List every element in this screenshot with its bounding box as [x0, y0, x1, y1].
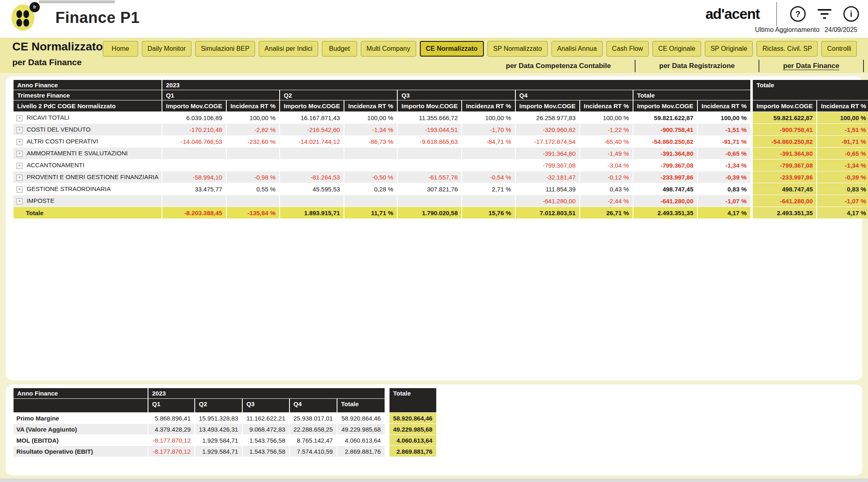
- nav-button-multi-company[interactable]: Multi Company: [361, 41, 416, 57]
- quarter-header-q4: Q4: [290, 399, 337, 412]
- nav-button-daily-monitor[interactable]: Daily Monitor: [142, 41, 191, 57]
- value-cell: [227, 195, 279, 207]
- value-cell: -1,49 %: [580, 148, 633, 159]
- nav-button-riclass-civil-sp[interactable]: Riclass. Civil. SP: [756, 41, 818, 57]
- help-icon[interactable]: ?: [790, 6, 806, 22]
- expand-icon[interactable]: +: [16, 163, 23, 169]
- value-cell: -0,54 %: [462, 171, 515, 183]
- value-cell: -193.044,51: [398, 124, 461, 135]
- value-cell: 13.493.426,31: [195, 424, 242, 434]
- value-cell: 4.060.613,64: [337, 435, 385, 446]
- column-gap: [751, 80, 752, 218]
- measure-header-incidenza: Incidenza RT %: [698, 100, 750, 111]
- value-cell: -1,34 %: [344, 124, 397, 135]
- bottom-scrollbar[interactable]: [0, 479, 868, 482]
- value-cell: -84,71 %: [462, 136, 515, 147]
- measure-header-importo: Importo Mov.COGE: [753, 100, 816, 111]
- row-label-text: PROVENTI E ONERI GESTIONE FINANZIARIA: [27, 173, 159, 180]
- subnav-per-data-finance[interactable]: per Data Finance: [759, 62, 863, 70]
- total-row-label: Totale: [14, 207, 162, 218]
- anno-finance-value: 2023: [162, 80, 750, 90]
- table-row: Livello 2 PdC COGE Normalizzato Importo …: [14, 100, 868, 111]
- measure-header-importo: Importo Mov.COGE: [633, 100, 697, 111]
- value-cell: -61.557,76: [398, 171, 461, 183]
- value-cell: 0,55 %: [227, 183, 279, 195]
- value-cell: [162, 159, 226, 171]
- nav-button-budget[interactable]: Budget: [322, 41, 357, 57]
- grand-total-cell: -391.364,80: [753, 148, 816, 159]
- header-divider: [776, 2, 777, 26]
- expand-icon[interactable]: +: [16, 198, 23, 205]
- value-cell: -1,70 %: [462, 124, 515, 135]
- row-label-text: IMPOSTE: [27, 197, 55, 204]
- empty-header: [14, 399, 148, 412]
- expand-icon[interactable]: +: [16, 175, 23, 181]
- nav-button-ce-originale[interactable]: CE Originale: [652, 41, 701, 57]
- total-cell: -135,84 %: [227, 207, 279, 218]
- grand-total-cell: 4,17 %: [817, 207, 868, 218]
- quarter-header-q4: Q4: [516, 90, 633, 100]
- grand-total-cell: 49.229.985,68: [390, 424, 436, 434]
- grand-total-cell: -900.758,41: [753, 124, 816, 135]
- value-cell: 0,43 %: [580, 183, 633, 195]
- nav-button-sp-originale[interactable]: SP Originale: [705, 41, 753, 57]
- quarter-header-q2: Q2: [280, 90, 397, 100]
- grand-total-header: Totale: [390, 388, 436, 412]
- expand-icon[interactable]: +: [16, 151, 23, 157]
- nav-button-analisi-per-indici[interactable]: Analisi per Indici: [259, 41, 318, 57]
- expand-icon[interactable]: +: [16, 139, 23, 145]
- value-cell: [227, 148, 279, 159]
- value-cell: -0,65 %: [698, 148, 750, 159]
- row-label-text: AMMORTAMENTI E SVALUTAZIONI: [27, 150, 128, 157]
- nav-button-cash-flow[interactable]: Cash Flow: [606, 41, 649, 57]
- grand-total-header: Totale: [753, 80, 868, 100]
- value-cell: [227, 159, 279, 171]
- value-cell: -3,04 %: [580, 159, 633, 171]
- expand-icon[interactable]: +: [16, 186, 23, 193]
- grand-total-cell: 100,00 %: [817, 112, 868, 123]
- quarter-header-totale: Totale: [633, 90, 750, 100]
- nav-button-home[interactable]: Home: [103, 41, 138, 57]
- value-cell: 111.854,39: [516, 183, 579, 195]
- expand-icon[interactable]: +: [16, 127, 23, 133]
- trimestre-header: Trimestre Finance: [14, 90, 162, 100]
- subnav-per-data-competenza-contabile[interactable]: per Data Competenza Contabile: [482, 62, 635, 70]
- nav-button-sp-normalizzato[interactable]: SP Normalizzato: [488, 41, 548, 57]
- grand-total-cell: -1,07 %: [817, 195, 868, 207]
- expand-icon[interactable]: +: [16, 115, 23, 121]
- nav-button-controlli[interactable]: Controlli: [821, 41, 857, 57]
- nav-bar: Home Daily Monitor Simulazioni BEP Anali…: [103, 41, 857, 57]
- value-cell: 307.821,76: [398, 183, 461, 195]
- scrollbar-thumb[interactable]: [39, 0, 115, 3]
- nav-button-simulazioni-bep[interactable]: Simulazioni BEP: [195, 41, 255, 57]
- measure-header-incidenza: Incidenza RT %: [817, 100, 868, 111]
- info-icon[interactable]: i: [843, 6, 859, 22]
- value-cell: -32.181,47: [516, 171, 579, 183]
- value-cell: -216.542,60: [280, 124, 344, 135]
- table-row: Q1 Q2 Q3 Q4 Totale: [14, 399, 436, 412]
- grand-total-cell: -0,65 %: [817, 148, 868, 159]
- row-label: +GESTIONE STRAORDINARIA: [14, 183, 162, 195]
- table-row: +GESTIONE STRAORDINARIA 33.475,77 0,55 %…: [14, 183, 868, 195]
- value-cell: 4.379.428,29: [148, 424, 194, 434]
- nav-button-ce-normalizzato[interactable]: CE Normalizzato: [420, 41, 484, 57]
- value-cell: [162, 195, 226, 207]
- kpi-row-label: Risultato Operativo (EBIT): [14, 446, 148, 457]
- value-cell: [398, 148, 461, 159]
- value-cell: 16.167.871,43: [280, 112, 344, 123]
- grand-total-cell: -233.997,86: [753, 171, 816, 183]
- value-cell: -1,34 %: [698, 159, 750, 171]
- total-row: Totale -8.203.388,45 -135,84 % 1.893.915…: [14, 207, 868, 218]
- value-cell: -391.364,80: [516, 148, 579, 159]
- row-label: +COSTI DEL VENDUTO: [14, 124, 162, 135]
- grand-total-cell: -91,71 %: [817, 136, 868, 147]
- filter-icon[interactable]: [816, 6, 833, 22]
- subnav-per-data-registrazione[interactable]: per Data Registrazione: [636, 62, 759, 70]
- value-cell: 100,00 %: [698, 112, 750, 123]
- total-cell: 4,17 %: [698, 207, 750, 218]
- value-cell: -8.177.870,12: [148, 435, 194, 446]
- total-cell: 15,76 %: [462, 207, 515, 218]
- nav-button-analisi-annua[interactable]: Analisi Annua: [551, 41, 603, 57]
- table-row: Risultato Operativo (EBIT) -8.177.870,12…: [14, 446, 436, 457]
- table-row: VA (Valore Aggiunto) 4.379.428,29 13.493…: [14, 424, 436, 434]
